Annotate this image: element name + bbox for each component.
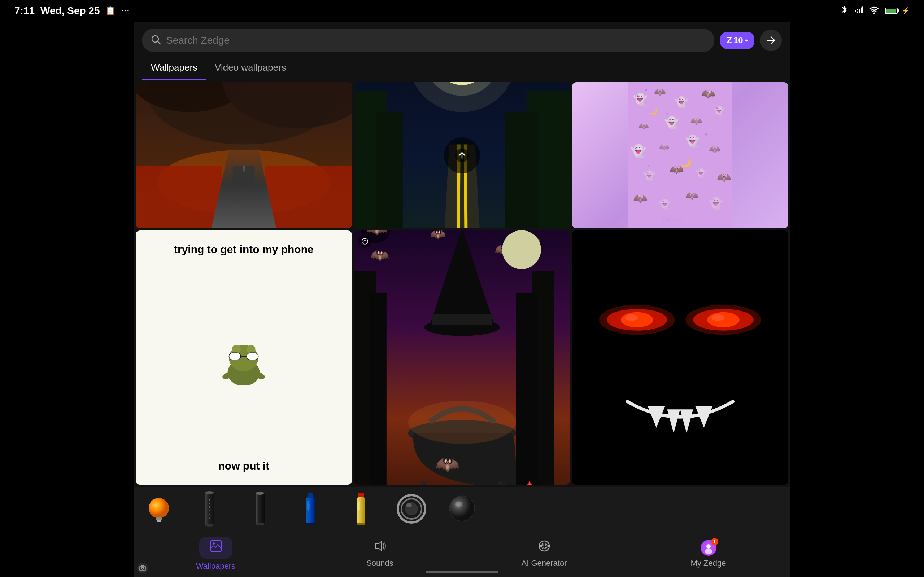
upload-button[interactable] — [444, 137, 480, 174]
svg-point-155 — [706, 544, 711, 548]
wp5-type-icon — [359, 235, 372, 248]
svg-rect-116 — [205, 493, 214, 525]
svg-point-146 — [213, 542, 215, 545]
product-item-6[interactable] — [386, 489, 437, 529]
svg-rect-7 — [897, 10, 899, 12]
svg-point-119 — [208, 499, 210, 501]
svg-text:🦇: 🦇 — [691, 115, 703, 127]
bottom-nav: Wallpapers Sounds — [134, 530, 790, 577]
svg-point-67 — [232, 345, 241, 353]
search-icon — [151, 35, 161, 46]
svg-text:👻: 👻 — [685, 134, 700, 148]
nav-item-sounds[interactable]: Sounds — [298, 536, 462, 572]
svg-rect-69 — [229, 353, 241, 360]
svg-point-126 — [255, 492, 264, 495]
svg-point-121 — [208, 506, 210, 508]
svg-text:🦇: 🦇 — [685, 190, 699, 202]
svg-point-59 — [705, 134, 708, 135]
nav-item-my-zedge[interactable]: 1 My Zedge — [626, 536, 790, 572]
product-item-1[interactable] — [134, 489, 184, 529]
tab-wallpapers[interactable]: Wallpapers — [142, 56, 206, 80]
product-item-7[interactable] — [437, 489, 487, 529]
app-container: Z10+ Wallpapers Video wallpapers — [134, 22, 790, 577]
svg-point-134 — [357, 522, 365, 525]
svg-point-127 — [255, 522, 264, 525]
product-item-5[interactable] — [336, 489, 386, 529]
add-content-button[interactable] — [760, 29, 782, 51]
svg-rect-8 — [886, 9, 896, 13]
notification-count: 1 — [711, 538, 718, 545]
svg-text:🦇: 🦇 — [638, 121, 649, 131]
wallpaper-item-1[interactable] — [136, 82, 352, 228]
svg-text:👻: 👻 — [664, 116, 679, 129]
svg-point-5 — [874, 12, 875, 14]
svg-text:🦇: 🦇 — [430, 230, 446, 242]
content-area: 👻 🦇 👻 🦇 👻 🦇 👻 🦇 👻 🦇 👻 🦇 👻 🦇 — [134, 80, 790, 487]
svg-point-105 — [707, 312, 740, 327]
search-input[interactable] — [166, 35, 706, 46]
tab-video-wallpapers[interactable]: Video wallpapers — [206, 56, 295, 80]
svg-text:👻: 👻 — [675, 96, 688, 108]
meme-text-top: trying to get into my phone — [170, 238, 317, 258]
svg-rect-125 — [255, 493, 265, 524]
my-zedge-label: My Zedge — [691, 559, 726, 568]
svg-rect-99 — [572, 230, 788, 485]
nav-item-wallpapers[interactable]: Wallpapers — [134, 533, 298, 574]
svg-rect-132 — [358, 493, 364, 498]
wallpaper-item-2[interactable] — [354, 82, 570, 228]
svg-rect-85 — [432, 314, 492, 325]
tabs: Wallpapers Video wallpapers — [134, 56, 790, 80]
svg-rect-152 — [539, 545, 541, 548]
svg-point-60 — [648, 165, 650, 166]
svg-point-122 — [208, 510, 210, 511]
wallpapers-label: Wallpapers — [196, 561, 235, 571]
svg-line-10 — [158, 42, 160, 44]
product-item-2[interactable] — [184, 489, 234, 529]
svg-text:🍁: 🍁 — [522, 480, 538, 485]
svg-rect-133 — [357, 497, 365, 524]
svg-point-124 — [208, 517, 210, 519]
svg-point-107 — [711, 314, 724, 321]
svg-rect-20 — [136, 166, 222, 228]
time: 7:11 — [15, 5, 35, 16]
svg-point-106 — [625, 314, 638, 321]
z-label: Z — [727, 35, 732, 45]
svg-rect-29 — [376, 112, 403, 228]
ai-generator-label: AI Generator — [522, 559, 567, 568]
svg-marker-16 — [228, 166, 260, 228]
status-right: ⚡ — [840, 5, 909, 17]
z-credits-badge[interactable]: Z10+ — [720, 32, 754, 49]
svg-text:👻: 👻 — [659, 198, 671, 210]
signal-crossed-icon — [854, 5, 863, 16]
search-bar-row: Z10+ — [134, 22, 790, 56]
svg-point-102 — [621, 312, 653, 327]
svg-text:🌙: 🌙 — [649, 107, 658, 116]
svg-point-141 — [455, 501, 462, 507]
wifi-icon — [869, 5, 879, 16]
search-bar[interactable] — [142, 29, 714, 52]
svg-text:🦇: 🦇 — [654, 86, 666, 98]
svg-text:🦇: 🦇 — [701, 87, 716, 101]
wallpaper-item-5[interactable]: 🦇 🦇 🦇 🦇 — [354, 230, 570, 485]
z-sup: + — [745, 37, 748, 44]
wallpapers-icon-bg — [199, 537, 233, 559]
more-icon: ··· — [121, 6, 129, 16]
svg-text:👻: 👻 — [696, 168, 706, 178]
wallpaper-item-4[interactable]: trying to get into my phone — [136, 230, 352, 485]
svg-point-98 — [362, 239, 368, 244]
wallpaper-item-6[interactable] — [572, 230, 788, 485]
nav-item-ai-generator[interactable]: AI Generator — [462, 536, 626, 572]
product-item-4[interactable] — [285, 489, 336, 529]
ai-generator-icon — [538, 540, 551, 556]
svg-point-95 — [408, 401, 516, 444]
product-item-3[interactable] — [234, 489, 285, 529]
svg-rect-145 — [210, 541, 221, 551]
svg-point-120 — [208, 503, 210, 504]
wallpaper-item-3[interactable]: 👻 🦇 👻 🦇 👻 🦇 👻 🦇 👻 🦇 👻 🦇 👻 🦇 — [572, 82, 788, 228]
sounds-icon — [373, 540, 386, 556]
my-zedge-badge: 1 — [701, 540, 716, 556]
wallpaper-grid: 👻 🦇 👻 🦇 👻 🦇 👻 🦇 👻 🦇 👻 🦇 👻 🦇 — [134, 80, 790, 487]
svg-text:👻: 👻 — [709, 197, 723, 210]
svg-point-57 — [645, 89, 648, 91]
svg-point-68 — [247, 345, 255, 353]
